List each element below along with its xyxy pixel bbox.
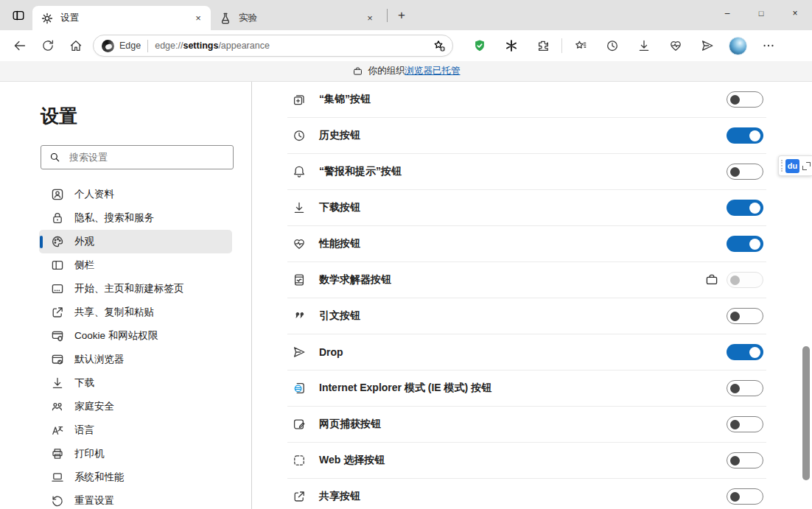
- web-select-icon: [292, 453, 307, 468]
- extensions-button[interactable]: [533, 35, 553, 56]
- managed-browser-link[interactable]: 浏览器已托管: [405, 66, 461, 76]
- tab-actions-icon: [11, 8, 26, 23]
- toggle-knob: [730, 492, 740, 502]
- toggle-switch[interactable]: [727, 200, 763, 216]
- drag-handle-icon[interactable]: [781, 160, 783, 172]
- ie-mode-icon: [292, 381, 307, 396]
- toolbar: Edge edge://settings/appearance: [0, 30, 812, 61]
- appearance-icon: [50, 234, 65, 249]
- download-arrow-icon: [637, 38, 651, 53]
- selected-indicator: [40, 236, 43, 248]
- sidebar-item-reset[interactable]: 重置设置: [39, 489, 232, 509]
- home-icon: [69, 38, 83, 53]
- scrollbar-thumb[interactable]: [802, 346, 810, 480]
- back-icon: [13, 38, 27, 53]
- sidebar-item-system[interactable]: 系统和性能: [39, 466, 232, 489]
- toggle-switch[interactable]: [727, 488, 763, 505]
- toggle-switch[interactable]: [727, 380, 763, 396]
- site-label: Edge: [119, 41, 141, 51]
- toggle-knob: [730, 95, 740, 105]
- tab-settings[interactable]: 设置 ×: [32, 6, 211, 30]
- sidebar-nav-icon: [50, 258, 65, 273]
- tab-close-button[interactable]: ×: [192, 12, 205, 25]
- tab-close-button[interactable]: ×: [363, 12, 377, 25]
- add-favorite-icon[interactable]: [432, 38, 447, 53]
- adblock-extension-button[interactable]: [469, 35, 490, 56]
- du-extension-widget[interactable]: du: [778, 155, 812, 176]
- asterisk-icon: [504, 38, 519, 53]
- address-divider: [147, 40, 148, 52]
- toggle-knob: [749, 347, 760, 358]
- sidebar-item-cookies[interactable]: Cookie 和网站权限: [39, 324, 232, 348]
- web-capture-icon: [292, 417, 307, 432]
- sidebar-item-downloads[interactable]: 下载: [39, 371, 232, 395]
- toggle-switch[interactable]: [727, 452, 763, 468]
- toggle-switch[interactable]: [727, 91, 763, 108]
- refresh-button[interactable]: [37, 35, 59, 57]
- reset-icon: [50, 494, 65, 508]
- toggle-knob: [730, 456, 740, 466]
- toolbar-divider: [561, 38, 562, 53]
- sidebar-item-sidebar-nav[interactable]: 侧栏: [39, 253, 232, 277]
- history-clock-icon: [605, 38, 620, 53]
- toggle-switch[interactable]: [727, 308, 763, 324]
- sidebar-item-appearance[interactable]: 外观: [39, 230, 232, 253]
- downloads-button[interactable]: [634, 35, 654, 56]
- home-button[interactable]: [65, 35, 87, 57]
- downloads-icon: [50, 376, 65, 390]
- toggle-knob: [749, 203, 760, 214]
- performance-icon: [292, 236, 307, 251]
- cookies-icon: [50, 329, 65, 343]
- search-settings-box[interactable]: [41, 145, 234, 169]
- toggle-switch[interactable]: [727, 236, 763, 252]
- settings-row-citations: 引文按钮: [287, 298, 766, 334]
- expand-icon[interactable]: [802, 162, 811, 170]
- toggle-switch[interactable]: [727, 127, 763, 144]
- tab-actions-button[interactable]: [9, 6, 28, 25]
- shield-check-icon: [472, 38, 487, 53]
- close-button[interactable]: ×: [778, 0, 812, 27]
- sidebar-item-printers[interactable]: 打印机: [39, 442, 232, 466]
- tab-experiments[interactable]: 实验 ×: [211, 6, 382, 30]
- address-bar[interactable]: Edge edge://settings/appearance: [93, 35, 453, 57]
- browser-window: 设置 × 实验 × + – □ × Edge edge://settings/a…: [0, 0, 812, 509]
- back-button[interactable]: [9, 35, 31, 57]
- tab-strip: 设置 × 实验 × + – □ ×: [0, 0, 812, 30]
- sidebar-item-privacy[interactable]: 隐私、搜索和服务: [39, 206, 232, 230]
- briefcase-icon: [352, 64, 363, 79]
- languages-icon: [50, 423, 65, 438]
- minimize-button[interactable]: –: [710, 0, 744, 27]
- family-icon: [50, 399, 65, 414]
- toggle-knob: [730, 275, 740, 285]
- toggle-switch: [727, 272, 763, 288]
- settings-row-download: 下载按钮: [287, 190, 766, 226]
- history-button[interactable]: [602, 35, 623, 56]
- profile-avatar[interactable]: [729, 37, 747, 55]
- download-icon: [292, 200, 307, 215]
- sidebar-item-languages[interactable]: 语言: [39, 418, 232, 442]
- favorites-button[interactable]: [570, 35, 591, 56]
- du-badge[interactable]: du: [785, 159, 799, 173]
- maximize-button[interactable]: □: [744, 0, 778, 27]
- sidebar-item-start-home[interactable]: 开始、主页和新建标签页: [39, 277, 232, 301]
- profile-icon: [50, 187, 65, 202]
- share-icon: [292, 489, 307, 504]
- url-text[interactable]: edge://settings/appearance: [155, 41, 432, 51]
- sidebar-item-family[interactable]: 家庭安全: [39, 395, 232, 418]
- new-tab-button[interactable]: +: [392, 6, 411, 25]
- search-input[interactable]: [68, 151, 225, 164]
- toolbar-buttons-settings-list: “集锦”按钮 历史按钮 “警报和提示”按钮 下载按钮 性能按钮 数学求解器按钮: [252, 82, 812, 509]
- sidebar-item-profile[interactable]: 个人资料: [39, 183, 232, 206]
- performance-button[interactable]: [665, 35, 686, 56]
- toggle-switch[interactable]: [727, 344, 763, 360]
- page-title: 设置: [41, 105, 231, 126]
- toolbar-extensions: [469, 35, 779, 56]
- toggle-switch[interactable]: [727, 416, 763, 432]
- toggle-switch[interactable]: [727, 164, 763, 180]
- banner-text: 你的组织浏览器已托管: [368, 65, 461, 77]
- sidebar-item-default-browser[interactable]: 默认浏览器: [39, 348, 232, 371]
- asterisk-extension-button[interactable]: [501, 35, 522, 56]
- sidebar-item-share-copy[interactable]: 共享、复制和粘贴: [39, 301, 232, 324]
- drop-button[interactable]: [697, 35, 718, 56]
- settings-menu-button[interactable]: [758, 35, 779, 56]
